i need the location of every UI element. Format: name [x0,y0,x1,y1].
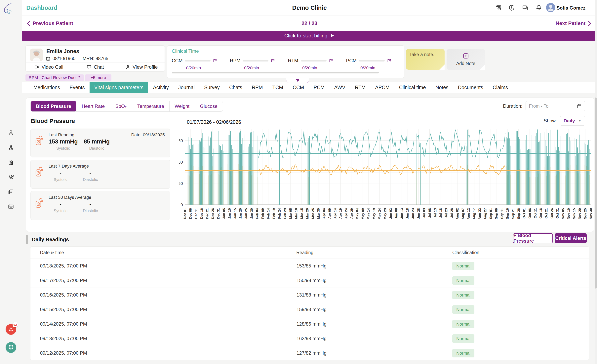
add-note-button[interactable]: Add Note [447,49,485,70]
duration-placeholder: From - To [529,103,549,109]
tab-notes[interactable]: Notes [431,82,453,93]
sidebar-calls-icon[interactable] [8,174,14,180]
external-link-icon[interactable] [329,59,333,63]
tab-claims[interactable]: Claims [488,82,513,93]
vital-tab-weight[interactable]: Weight [169,101,195,111]
external-link-icon [77,76,81,79]
svg-text:Nov 10: Nov 10 [567,208,571,219]
shield-alert-icon[interactable] [508,4,515,11]
tab-survey[interactable]: Survey [199,82,224,93]
tab-vital-signs-parameters[interactable]: Vital signs parameters [90,82,148,93]
messages-icon[interactable] [522,4,528,11]
vital-tab-heart-rate[interactable]: Heart Rate [76,101,110,111]
svg-text:Nov 25: Nov 25 [583,208,587,219]
classification-badge: Normal [452,276,474,285]
vital-tab-temperature[interactable]: Temperature [132,101,169,111]
user-avatar[interactable] [546,3,555,12]
svg-text:May 19: May 19 [372,208,376,220]
sidebar-billing-icon[interactable] [8,159,14,166]
vital-tab-blood-pressure[interactable]: Blood Pressure [31,101,76,111]
sidebar-patients-icon[interactable] [8,129,14,136]
chat-button[interactable]: Chat [72,63,118,71]
svg-text:Feb 04: Feb 04 [255,208,259,219]
tab-documents[interactable]: Documents [453,82,488,93]
svg-text:Dec 11: Dec 11 [194,208,198,219]
svg-text:Dec 06: Dec 06 [189,208,192,219]
tab-pcm[interactable]: PCM [309,82,330,93]
table-row[interactable]: 09/16/2025, 07:00 PM 131/88 mmHg Normal [31,288,589,302]
video-call-button[interactable]: Video Call [26,63,72,71]
rpm-chart-review-pill[interactable]: RPM - Chart Review Due [25,74,84,81]
sidebar-fax-icon[interactable] [8,189,14,195]
critical-alerts-floating-button[interactable]: 62 [6,324,16,335]
tab-ccm[interactable]: CCM [288,82,309,93]
tab-tcm[interactable]: TCM [268,82,288,93]
external-link-icon[interactable] [213,59,217,63]
dob-calendar-icon [46,56,51,61]
external-link-icon[interactable] [271,59,275,63]
add-blood-pressure-button[interactable]: + Blood Pressure [513,233,553,243]
table-row[interactable]: 09/12/2025, 07:00 PM 127/82 mmHg Normal [31,346,589,360]
tab-chats[interactable]: Chats [224,82,247,93]
clinical-metric-pcm: PCM0/20min [346,58,404,70]
tab-awv[interactable]: AWV [329,82,350,93]
svg-text:150: 150 [179,138,183,143]
metric-progress-bar [243,60,268,62]
critical-alerts-button[interactable]: Critical Alerts [555,233,587,243]
show-interval-select[interactable]: Daily▼ [560,116,585,126]
table-row[interactable]: 09/17/2025, 07:00 PM 150/98 mmHg Normal [31,273,589,288]
tab-rtm[interactable]: RTM [350,82,370,93]
svg-text:50: 50 [179,181,183,186]
svg-text:Aug 07: Aug 07 [461,208,465,220]
view-profile-button[interactable]: View Profile [118,63,165,71]
metric-progress-bar [359,60,385,62]
page-scrollbar-thumb[interactable] [595,97,597,289]
notifications-icon[interactable] [535,4,542,11]
previous-patient-link[interactable]: Previous Patient [26,20,73,26]
tab-apcm[interactable]: APCM [370,82,394,93]
metric-progress-bar [301,60,327,62]
bp-monitor-icon [35,135,44,146]
take-a-note-sticky[interactable]: Take a note.. [406,49,445,70]
sidebar-calendar-icon[interactable] [8,203,14,210]
bp-chart[interactable]: Dec 01Dec 06Dec 11Dec 16Dec 21Dec 26Dec … [179,126,594,232]
metric-value: 0/20min [244,65,288,70]
patient-counter: 22 / 23 [301,20,317,26]
table-row[interactable]: 09/15/2025, 07:00 PM 159/93 mmHg Normal [31,302,589,317]
external-link-icon[interactable] [387,59,391,63]
stat-title: Last 7 Days Average [48,164,89,169]
add-plus-icon [463,53,469,59]
svg-text:Mar 05: Mar 05 [289,208,292,219]
dialpad-button[interactable] [6,342,16,353]
patient-name: Emilia Jones [46,48,79,55]
clinical-metric-rtm: RTM0/20min [288,58,346,70]
tab-journal[interactable]: Journal [173,82,199,93]
sidebar-providers-icon[interactable] [8,144,14,150]
table-row[interactable]: 09/14/2025, 07:00 PM 128/86 mmHg Normal [31,317,589,331]
table-row[interactable]: 09/18/2025, 07:00 PM 153/85 mmHg Normal [31,259,589,273]
reading-datetime: 09/14/2025, 07:00 PM [31,321,289,327]
patient-header-expander[interactable] [286,78,309,83]
tab-activity[interactable]: Activity [148,82,173,93]
tab-clinical-time[interactable]: Clinical time [394,82,431,93]
svg-text:Sep 01: Sep 01 [489,208,493,219]
more-alerts-pill[interactable]: +5 more [85,74,111,81]
sign-note-icon[interactable] [495,4,502,11]
clinical-metric-ccm: CCM0/20min [172,58,230,70]
user-name[interactable]: Sofia Gomez [557,5,585,11]
app-logo[interactable] [2,2,14,16]
tab-rpm[interactable]: RPM [247,82,268,93]
svg-text:Jan 10: Jan 10 [228,208,231,219]
svg-text:Dec 21: Dec 21 [205,208,209,219]
table-row[interactable]: 09/13/2025, 07:00 PM 162/98 mmHg Normal [31,331,589,346]
duration-range-input[interactable]: From - To [526,101,585,111]
reading-value: 150/98 mmHg [289,273,440,288]
tab-events[interactable]: Events [65,82,89,93]
start-billing-banner[interactable]: Click to start billing [22,31,597,41]
vital-tab-glucose[interactable]: Glucose [195,101,223,111]
vital-tab-spo[interactable]: SpO₂ [110,101,132,111]
clinical-time-scrollbar[interactable] [172,72,379,73]
reading-datetime: 09/16/2025, 07:00 PM [31,292,289,298]
tab-medications[interactable]: Medications [29,82,65,93]
next-patient-link[interactable]: Next Patient [556,20,592,26]
